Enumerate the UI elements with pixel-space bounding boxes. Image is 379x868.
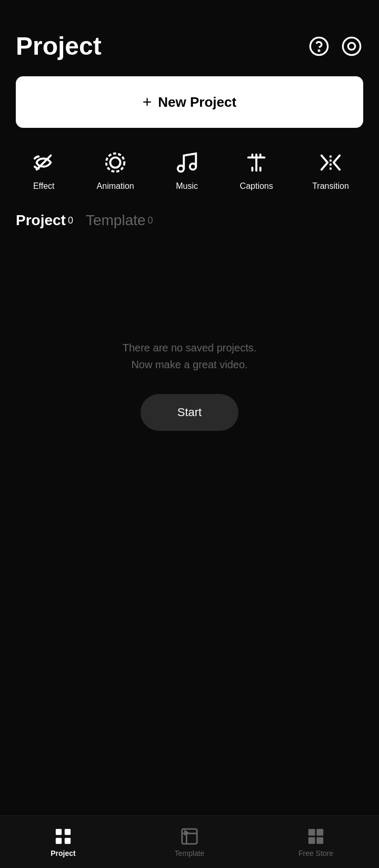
captions-label: Captions (240, 181, 273, 191)
header-actions (307, 35, 363, 58)
effect-label: Effect (33, 181, 55, 191)
svg-point-2 (348, 43, 355, 49)
svg-point-1 (318, 50, 320, 51)
svg-rect-11 (56, 837, 62, 843)
svg-point-5 (106, 154, 125, 172)
tool-captions[interactable]: Captions (240, 149, 273, 191)
nav-label-template: Template (175, 849, 205, 857)
free-store-nav-icon (306, 827, 325, 846)
header: Project (0, 0, 379, 71)
svg-rect-18 (316, 837, 323, 844)
project-nav-icon (54, 827, 73, 846)
tool-animation[interactable]: Animation (97, 149, 134, 191)
svg-rect-12 (65, 837, 71, 843)
svg-point-6 (178, 166, 184, 172)
transition-label: Transition (312, 181, 349, 191)
project-tabs: Project 0 Template 0 (0, 196, 379, 234)
svg-point-4 (111, 157, 121, 167)
tab-template-count: 0 (148, 215, 153, 226)
svg-rect-9 (56, 829, 62, 834)
svg-rect-15 (308, 829, 315, 835)
tab-project[interactable]: Project (16, 212, 66, 229)
tool-music[interactable]: Music (173, 149, 201, 191)
animation-label: Animation (97, 181, 134, 191)
template-nav-icon (180, 827, 199, 846)
tool-effect[interactable]: Effect (30, 149, 57, 191)
page-title: Project (16, 32, 102, 60)
svg-rect-16 (316, 829, 323, 835)
svg-rect-17 (308, 837, 315, 844)
transition-icon (317, 149, 344, 176)
tools-row: Effect Animation Music Captions (0, 138, 379, 196)
nav-item-free-store[interactable]: Free Store (253, 827, 379, 857)
start-button[interactable]: Start (141, 394, 238, 431)
nav-label-project: Project (51, 849, 75, 857)
settings-icon[interactable] (340, 35, 363, 58)
nav-item-template[interactable]: Template (126, 827, 253, 857)
help-circle-icon[interactable] (307, 35, 331, 58)
empty-line1: There are no saved projects. (123, 342, 257, 354)
tab-project-count: 0 (68, 215, 73, 226)
tab-template[interactable]: Template (86, 212, 146, 229)
bottom-nav: Project Template Free Store (0, 815, 379, 868)
effect-icon (30, 149, 57, 176)
plus-icon: + (143, 93, 152, 111)
new-project-label: New Project (158, 94, 236, 110)
empty-state: There are no saved projects. Now make a … (0, 234, 379, 462)
animation-icon (102, 149, 129, 176)
tool-transition[interactable]: Transition (312, 149, 349, 191)
nav-item-project[interactable]: Project (0, 827, 126, 857)
captions-icon (243, 149, 270, 176)
empty-line2: Now make a great video. (131, 359, 247, 370)
nav-label-free-store: Free Store (298, 849, 333, 857)
music-label: Music (176, 181, 198, 191)
svg-point-7 (190, 164, 196, 170)
music-icon (173, 149, 201, 176)
new-project-button[interactable]: + New Project (16, 76, 363, 128)
svg-rect-10 (65, 829, 71, 834)
empty-text: There are no saved projects. Now make a … (123, 339, 257, 373)
